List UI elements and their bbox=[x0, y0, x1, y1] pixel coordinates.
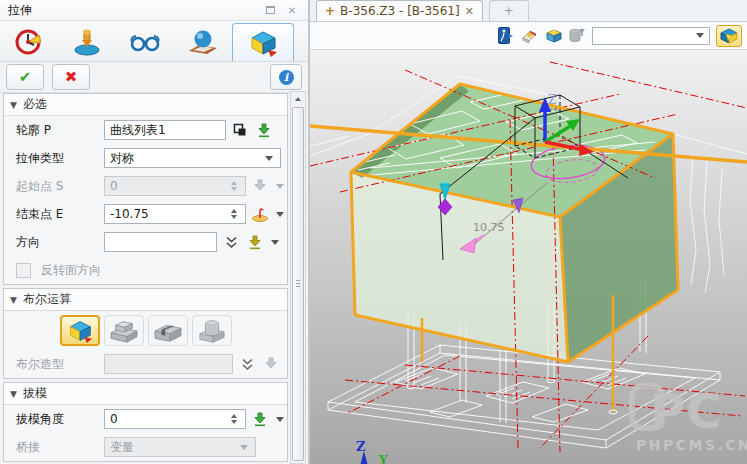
tab-sphere[interactable] bbox=[174, 23, 232, 61]
start-point-row: 起始点 S bbox=[4, 172, 287, 200]
flip-face-row: 反转面方向 bbox=[4, 256, 287, 284]
collapse-triangle-icon: ▼ bbox=[10, 295, 17, 305]
close-icon[interactable]: ✕ bbox=[284, 3, 300, 17]
direction-label: 方向 bbox=[16, 234, 100, 251]
corner-y-label: Y bbox=[378, 454, 388, 464]
pick-direction-icon[interactable] bbox=[245, 232, 265, 252]
boolean-add-icon bbox=[108, 318, 140, 344]
scrollbar-up-icon[interactable] bbox=[291, 92, 305, 106]
pick-target-disabled-icon bbox=[261, 354, 281, 374]
tab-stamp[interactable] bbox=[58, 23, 116, 61]
sphere-icon bbox=[187, 27, 219, 57]
chevron-down-icon bbox=[696, 33, 704, 38]
pick-target-icon[interactable] bbox=[254, 120, 274, 140]
tab-extrude-active[interactable] bbox=[232, 23, 294, 61]
bridge-select: 变量 bbox=[104, 437, 256, 457]
copy-list-icon[interactable] bbox=[230, 120, 250, 140]
boolean-buttons-row bbox=[4, 311, 287, 350]
flip-face-label: 反转面方向 bbox=[41, 262, 101, 279]
filter-icon[interactable] bbox=[568, 27, 586, 45]
document-area: + B-356.Z3 - [B-3561] ✕ + bbox=[310, 0, 747, 464]
pick-target-icon[interactable] bbox=[250, 409, 270, 429]
tab-glasses[interactable] bbox=[116, 23, 174, 61]
section-boolean-title: 布尔运算 bbox=[23, 291, 71, 308]
boolean-intersect-button[interactable] bbox=[192, 315, 232, 346]
chevron-down-icon[interactable] bbox=[271, 240, 279, 245]
direction-input-box bbox=[104, 232, 217, 252]
double-chevron-icon[interactable] bbox=[237, 354, 257, 374]
chevron-down-icon[interactable] bbox=[276, 417, 284, 422]
collapse-triangle-icon: ▼ bbox=[10, 100, 17, 110]
collapse-triangle-icon: ▼ bbox=[10, 389, 17, 399]
chevron-down-icon[interactable] bbox=[276, 212, 284, 217]
viewport-toolbar bbox=[310, 22, 747, 50]
start-point-label: 起始点 S bbox=[16, 178, 100, 195]
tab-close-icon[interactable]: ✕ bbox=[465, 5, 474, 18]
extrude-type-value: 对称 bbox=[110, 150, 263, 167]
scrollbar-thumb[interactable] bbox=[292, 107, 304, 461]
form-scrollbar[interactable] bbox=[290, 91, 306, 464]
eraser-icon[interactable] bbox=[520, 27, 538, 45]
extrude-type-select[interactable]: 对称 bbox=[104, 148, 281, 168]
draft-angle-label: 拔模角度 bbox=[16, 411, 100, 428]
minimize-icon[interactable] bbox=[262, 3, 278, 17]
document-tab-bar: + B-356.Z3 - [B-3561] ✕ + bbox=[310, 0, 747, 22]
boolean-shape-label: 布尔造型 bbox=[16, 356, 100, 373]
section-draft-title: 拔模 bbox=[23, 385, 47, 402]
dialog-actions: ✔ ✖ i bbox=[0, 62, 308, 93]
boolean-remove-button[interactable] bbox=[148, 315, 188, 346]
end-point-row: 结束点 E bbox=[4, 200, 287, 228]
section-required: ▼ 必选 轮廓 P bbox=[3, 93, 288, 285]
spinner-arrows-icon[interactable] bbox=[228, 414, 240, 424]
dimension-value: 10.75 bbox=[473, 221, 505, 234]
boolean-add-button[interactable] bbox=[104, 315, 144, 346]
dialog-icon-tabs bbox=[0, 21, 308, 62]
boolean-base-button[interactable] bbox=[60, 315, 100, 346]
spinner-arrows-icon[interactable] bbox=[228, 209, 240, 219]
document-tab-active[interactable]: + B-356.Z3 - [B-3561] ✕ bbox=[316, 0, 483, 21]
blank-part-icon[interactable] bbox=[544, 27, 562, 45]
watermark-logo: PC bbox=[650, 383, 722, 439]
end-point-label: 结束点 E bbox=[16, 206, 100, 223]
boolean-shape-input-box bbox=[104, 354, 233, 374]
profile-input-box bbox=[104, 120, 226, 140]
ok-check-icon: ✔ bbox=[19, 68, 32, 86]
glasses-icon bbox=[129, 27, 161, 57]
cancel-x-icon: ✖ bbox=[65, 68, 78, 86]
section-boolean-header[interactable]: ▼ 布尔运算 bbox=[4, 289, 287, 311]
tab-gauge[interactable] bbox=[0, 23, 58, 61]
pick-target-disabled-icon bbox=[250, 176, 270, 196]
exit-walk-icon[interactable] bbox=[496, 27, 514, 45]
extrude-type-label: 拉伸类型 bbox=[16, 150, 100, 167]
filter-combobox[interactable] bbox=[592, 27, 710, 45]
show-target-icon bbox=[720, 28, 738, 44]
extrude-type-row: 拉伸类型 对称 bbox=[4, 144, 287, 172]
to-point-icon[interactable] bbox=[250, 204, 270, 224]
dialog-titlebar: 拉伸 ✕ bbox=[0, 0, 308, 21]
dialog-form: ▼ 必选 轮廓 P bbox=[0, 91, 308, 464]
gauge-icon bbox=[14, 27, 44, 57]
section-required-header[interactable]: ▼ 必选 bbox=[4, 94, 287, 116]
end-point-input[interactable] bbox=[110, 207, 228, 221]
profile-input[interactable] bbox=[110, 123, 220, 137]
info-button[interactable]: i bbox=[270, 64, 302, 90]
chevron-down-icon bbox=[265, 156, 273, 161]
ok-button[interactable]: ✔ bbox=[6, 64, 44, 90]
extrude-cube-icon bbox=[247, 29, 279, 57]
show-target-button[interactable] bbox=[716, 25, 742, 47]
double-chevron-icon[interactable] bbox=[221, 232, 241, 252]
watermark-text: PHPCMS.CN bbox=[636, 437, 747, 453]
draft-angle-input[interactable] bbox=[110, 412, 228, 426]
direction-input[interactable] bbox=[110, 235, 211, 249]
cancel-button[interactable]: ✖ bbox=[52, 64, 90, 90]
chevron-down-disabled-icon bbox=[240, 445, 248, 450]
section-draft: ▼ 拔模 拔模角度 bbox=[3, 382, 288, 462]
boolean-intersect-icon bbox=[196, 318, 228, 344]
section-draft-header[interactable]: ▼ 拔模 bbox=[4, 383, 287, 405]
bridge-row: 桥接 变量 bbox=[4, 433, 287, 461]
section-boolean: ▼ 布尔运算 bbox=[3, 288, 288, 379]
profile-label: 轮廓 P bbox=[16, 122, 100, 139]
document-tab-title: B-356.Z3 - [B-3561] bbox=[340, 4, 460, 18]
3d-viewport[interactable]: 10.75 Z PC PHPCMS.CN Z Y bbox=[310, 50, 747, 464]
new-document-tab[interactable]: + bbox=[489, 0, 529, 21]
